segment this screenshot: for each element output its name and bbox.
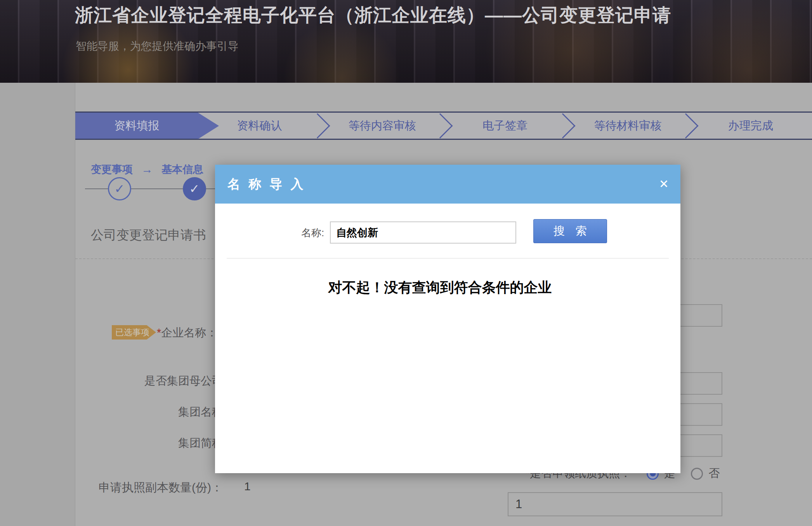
progress-step-label: 办理完成 xyxy=(728,118,773,134)
progress-step-label: 等待材料审核 xyxy=(594,118,661,134)
group-name-label: 集团名称： xyxy=(99,404,234,420)
progress-step-label: 等待内容审核 xyxy=(349,118,416,134)
company-name-label: *企业名称： xyxy=(157,325,217,341)
page-subtitle: 智能导服，为您提供准确办事引导 xyxy=(76,39,239,54)
arrow-right-icon: → xyxy=(141,163,153,176)
progress-steps: 资料填报 资料确认 等待内容审核 电子签章 等待材料审核 办理完成 xyxy=(75,111,812,140)
page: 浙江省企业登记全程电子化平台（浙江企业在线）——公司变更登记申请 智能导服，为您… xyxy=(0,0,812,526)
substep-basic-info[interactable]: 基本信息 xyxy=(161,162,203,176)
radio-no[interactable] xyxy=(691,468,703,480)
search-button[interactable]: 搜 索 xyxy=(533,219,607,243)
progress-step-6: 办理完成 xyxy=(689,113,812,139)
hero-banner: 浙江省企业登记全程电子化平台（浙江企业在线）——公司变更登记申请 智能导服，为您… xyxy=(0,0,812,83)
group-parent-label: 是否集团母公司： xyxy=(99,373,234,389)
name-search-input[interactable] xyxy=(330,221,516,244)
name-import-dialog: 名 称 导 入 ✕ 名称: 搜 索 对不起！没有查询到符合条件的企业 xyxy=(215,165,680,473)
empty-result-message: 对不起！没有查询到符合条件的企业 xyxy=(215,278,665,297)
progress-step-4: 电子签章 xyxy=(444,113,566,139)
substep-change-items[interactable]: 变更事项 xyxy=(91,162,133,176)
group-short-label: 集团简称： xyxy=(99,435,234,451)
dialog-divider xyxy=(227,258,669,259)
name-label: 名称: xyxy=(301,226,324,240)
progress-step-1: 资料填报 xyxy=(75,113,198,139)
progress-step-label: 资料确认 xyxy=(237,118,282,134)
substep-nav: 变更事项 → 基本信息 xyxy=(91,162,203,176)
selected-items-badge: 已选事项 xyxy=(112,325,156,340)
required-mark: * xyxy=(157,326,161,339)
license-copies-row: 申请执照副本数量(份)： 1 xyxy=(99,480,251,496)
paper-license-count-input[interactable] xyxy=(508,492,722,516)
check-circle-icon: ✓ xyxy=(108,177,131,200)
progress-step-3: 等待内容审核 xyxy=(321,113,444,139)
progress-step-label: 电子签章 xyxy=(482,118,527,134)
close-icon[interactable]: ✕ xyxy=(659,165,669,204)
license-copies-label: 申请执照副本数量(份)： xyxy=(99,480,223,496)
license-copies-value: 1 xyxy=(244,480,251,496)
form-heading: 公司变更登记申请书 xyxy=(91,226,206,244)
dialog-header: 名 称 导 入 ✕ xyxy=(215,165,680,204)
progress-step-5: 等待材料审核 xyxy=(566,113,689,139)
progress-step-label: 资料填报 xyxy=(114,118,159,134)
check-circle-filled-icon: ✓ xyxy=(183,177,206,200)
radio-no-label: 否 xyxy=(708,466,720,481)
dialog-title: 名 称 导 入 xyxy=(227,165,306,204)
page-title: 浙江省企业登记全程电子化平台（浙江企业在线）——公司变更登记申请 xyxy=(75,3,671,28)
